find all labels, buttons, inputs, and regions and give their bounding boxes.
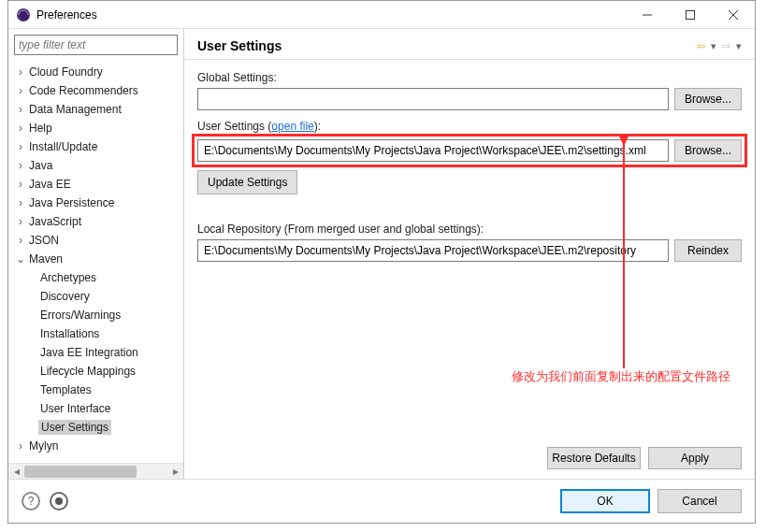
update-settings-row: Update Settings	[197, 170, 742, 194]
tree-item[interactable]: Templates	[8, 381, 183, 399]
tree-item-label: Java EE Integration	[38, 346, 138, 359]
tree-item-label: Installations	[38, 327, 99, 340]
scroll-right-icon[interactable]: ▸	[167, 464, 183, 480]
tree-item[interactable]: ›Java Persistence	[8, 194, 183, 212]
tree-item-label: Maven	[27, 252, 63, 266]
tree-item[interactable]: ›Code Recommenders	[8, 81, 183, 100]
tree-item-label: Java Persistence	[27, 196, 114, 209]
nav-forward-menu-icon[interactable]: ▾	[736, 40, 742, 52]
tree-item-label: User Settings	[38, 420, 111, 435]
tree-item[interactable]: ›Data Management	[8, 100, 183, 119]
chevron-right-icon[interactable]: ›	[14, 103, 27, 116]
local-repository-input[interactable]	[197, 239, 669, 262]
chevron-right-icon[interactable]: ›	[14, 84, 27, 97]
tree-item[interactable]: ›Mylyn	[8, 437, 183, 455]
tree-item[interactable]: Lifecycle Mappings	[8, 362, 183, 381]
tree-item[interactable]: Java EE Integration	[8, 343, 183, 362]
tree-item[interactable]: Installations	[8, 324, 183, 343]
sidebar: ›Cloud Foundry›Code Recommenders›Data Ma…	[8, 29, 184, 479]
preferences-tree[interactable]: ›Cloud Foundry›Code Recommenders›Data Ma…	[8, 61, 183, 463]
titlebar: Preferences	[8, 1, 755, 29]
open-file-link[interactable]: open file	[271, 120, 313, 133]
chevron-right-icon[interactable]: ›	[14, 234, 27, 247]
right-pane: User Settings ⇦ ▾ ⇨ ▾ Global Settings: B…	[184, 29, 755, 479]
svg-rect-3	[687, 10, 695, 19]
footer-right: OK Cancel	[560, 489, 742, 513]
chevron-right-icon[interactable]: ›	[14, 215, 27, 228]
chevron-right-icon[interactable]: ›	[14, 122, 27, 135]
apply-button[interactable]: Apply	[648, 447, 742, 469]
restore-defaults-button[interactable]: Restore Defaults	[547, 447, 641, 469]
nav-back-menu-icon[interactable]: ▾	[711, 40, 716, 52]
tree-item-label: Errors/Warnings	[38, 309, 121, 322]
update-settings-button[interactable]: Update Settings	[197, 170, 297, 194]
user-settings-row: Browse...	[195, 137, 744, 165]
user-browse-button[interactable]: Browse...	[674, 139, 742, 162]
tree-item-label: User Interface	[38, 402, 110, 415]
tree-item-label: Java EE	[27, 178, 71, 191]
tree-item[interactable]: ›JSON	[8, 231, 183, 250]
local-repository-row: Reindex	[197, 239, 742, 262]
tree-item[interactable]: User Interface	[8, 399, 183, 418]
eclipse-icon	[16, 7, 31, 22]
global-settings-input[interactable]	[197, 88, 669, 110]
tree-item-label: Code Recommenders	[27, 84, 138, 97]
tree-item-label: Lifecycle Mappings	[38, 365, 136, 378]
filter-input[interactable]	[14, 35, 178, 55]
nav-forward-icon[interactable]: ⇨	[722, 40, 730, 52]
global-browse-button[interactable]: Browse...	[674, 88, 742, 110]
tree-item[interactable]: ›Java	[8, 156, 183, 175]
reindex-button[interactable]: Reindex	[674, 239, 742, 262]
record-icon[interactable]	[50, 492, 68, 510]
minimize-button[interactable]	[626, 1, 669, 29]
annotation-text: 修改为我们前面复制出来的配置文件路径	[512, 368, 730, 385]
tree-item-label: Help	[27, 122, 52, 135]
scroll-track[interactable]	[24, 464, 167, 480]
main-area: ›Cloud Foundry›Code Recommenders›Data Ma…	[8, 29, 755, 479]
tree-item[interactable]: ⌄Maven	[8, 250, 183, 268]
ok-button[interactable]: OK	[560, 489, 650, 513]
nav-back-icon[interactable]: ⇦	[697, 40, 705, 52]
tree-item[interactable]: ›JavaScript	[8, 212, 183, 231]
preferences-window: Preferences ›Cloud Foundry›Code Recommen…	[7, 0, 756, 524]
tree-item-label: JSON	[27, 234, 59, 247]
tree-item[interactable]: User Settings	[8, 418, 183, 437]
horizontal-scrollbar[interactable]: ◂ ▸	[8, 463, 183, 479]
maximize-button[interactable]	[669, 1, 712, 29]
chevron-right-icon[interactable]: ›	[14, 159, 27, 172]
scroll-thumb[interactable]	[24, 466, 137, 478]
tree-item[interactable]: Discovery	[8, 287, 183, 306]
filter-container	[14, 35, 178, 55]
chevron-right-icon[interactable]: ›	[14, 196, 27, 209]
tree-item[interactable]: ›Cloud Foundry	[8, 63, 183, 81]
tree-item-label: Archetypes	[38, 271, 96, 284]
user-settings-input[interactable]	[197, 139, 669, 162]
tree-item[interactable]: ›Install/Update	[8, 137, 183, 156]
scroll-left-icon[interactable]: ◂	[8, 464, 24, 480]
local-repository-label: Local Repository (From merged user and g…	[197, 223, 742, 236]
page-title: User Settings	[197, 38, 697, 53]
tree-item-label: Install/Update	[27, 140, 97, 153]
chevron-right-icon[interactable]: ›	[14, 178, 27, 191]
chevron-down-icon[interactable]: ⌄	[14, 252, 27, 266]
chevron-right-icon[interactable]: ›	[14, 140, 27, 153]
window-title: Preferences	[36, 8, 626, 22]
chevron-right-icon[interactable]: ›	[14, 439, 27, 453]
dialog-footer: ? OK Cancel	[8, 479, 755, 523]
footer-left: ?	[22, 492, 560, 510]
tree-item[interactable]: ›Java EE	[8, 175, 183, 194]
help-icon[interactable]: ?	[22, 492, 40, 510]
content: ›Cloud Foundry›Code Recommenders›Data Ma…	[8, 29, 755, 523]
page-nav: ⇦ ▾ ⇨ ▾	[697, 40, 742, 52]
close-button[interactable]	[712, 1, 755, 29]
tree-item-label: Cloud Foundry	[27, 65, 103, 79]
tree-item-label: Java	[27, 159, 52, 172]
tree-item[interactable]: ›Help	[8, 119, 183, 137]
tree-item-label: JavaScript	[27, 215, 81, 228]
tree-item[interactable]: Archetypes	[8, 268, 183, 287]
global-settings-label: Global Settings:	[197, 71, 742, 84]
tree-item[interactable]: Errors/Warnings	[8, 306, 183, 324]
tree-item-label: Mylyn	[27, 439, 58, 453]
cancel-button[interactable]: Cancel	[658, 489, 742, 513]
chevron-right-icon[interactable]: ›	[14, 65, 27, 79]
